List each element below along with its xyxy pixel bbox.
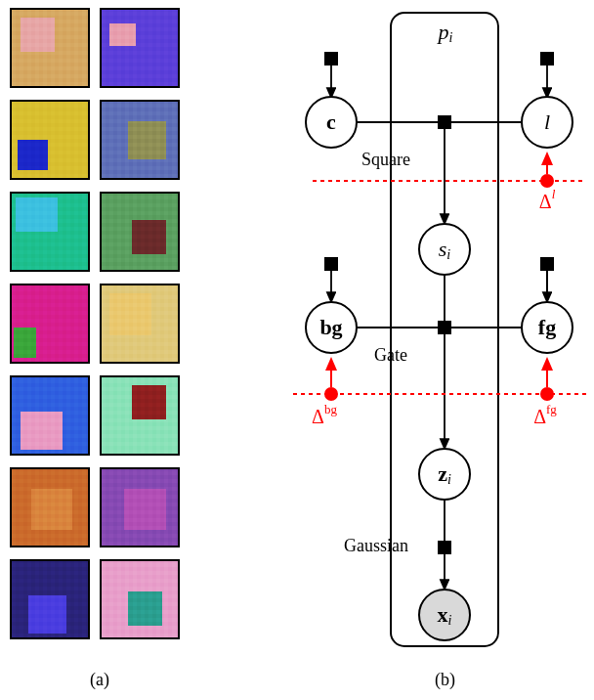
sample-tile <box>10 284 90 364</box>
intervention-dot-bg <box>324 387 338 401</box>
factor-gate <box>438 321 451 334</box>
tile-foreground-square <box>14 328 36 358</box>
factor-gate-label: Gate <box>374 345 407 365</box>
tile-foreground-square <box>31 489 73 531</box>
intervention-dot-l <box>540 174 554 188</box>
prior-bg-factor <box>324 257 338 271</box>
sample-tile <box>10 8 90 88</box>
sample-tile <box>10 467 90 547</box>
tile-foreground-square <box>109 293 151 335</box>
sample-tile <box>10 192 90 272</box>
sample-tile <box>10 559 90 639</box>
sample-tile <box>100 467 180 547</box>
tile-foreground-square <box>16 197 58 232</box>
factor-gaussian <box>438 541 451 554</box>
intervention-dot-fg <box>540 387 554 401</box>
tile-foreground-square <box>132 220 166 254</box>
delta-bg-label: Δbg <box>312 402 337 427</box>
delta-fg-label: Δfg <box>533 402 557 427</box>
tile-background <box>102 10 178 86</box>
factor-square-label: Square <box>361 150 410 169</box>
node-l-label: l <box>544 109 550 134</box>
panel-a-caption: (a) <box>90 670 109 690</box>
sample-tile <box>10 375 90 456</box>
tile-foreground-square <box>28 595 66 634</box>
panel-a <box>10 8 186 639</box>
panel-b: pi c l Square Δl <box>254 5 586 650</box>
sample-tile <box>100 8 180 88</box>
prior-fg-factor <box>540 257 554 271</box>
tile-foreground-square <box>18 140 48 170</box>
tile-foreground-square <box>128 121 166 159</box>
node-fg-label: fg <box>538 315 556 339</box>
node-bg-label: bg <box>319 315 342 339</box>
sample-tile <box>100 192 180 272</box>
tile-foreground-square <box>109 23 136 46</box>
prior-c-factor <box>324 52 338 66</box>
sample-tile <box>10 100 90 180</box>
factor-square <box>438 115 451 129</box>
sample-image-grid <box>10 8 186 639</box>
tile-foreground-square <box>124 489 166 531</box>
tile-foreground-square <box>21 412 63 450</box>
tile-foreground-square <box>132 385 166 419</box>
sample-tile <box>100 375 180 456</box>
factor-gaussian-label: Gaussian <box>344 536 408 555</box>
factor-graph-svg: pi c l Square Δl <box>254 5 586 650</box>
sample-tile <box>100 559 180 639</box>
node-c-label: c <box>326 109 336 134</box>
prior-l-factor <box>540 52 554 66</box>
sample-tile <box>100 100 180 180</box>
figure: (a) pi c <box>0 0 594 700</box>
plate-label: pi <box>437 20 453 45</box>
delta-l-label: Δl <box>539 187 556 212</box>
panel-b-caption: (b) <box>435 670 455 690</box>
tile-foreground-square <box>21 18 55 52</box>
tile-foreground-square <box>128 591 162 626</box>
sample-tile <box>100 284 180 364</box>
